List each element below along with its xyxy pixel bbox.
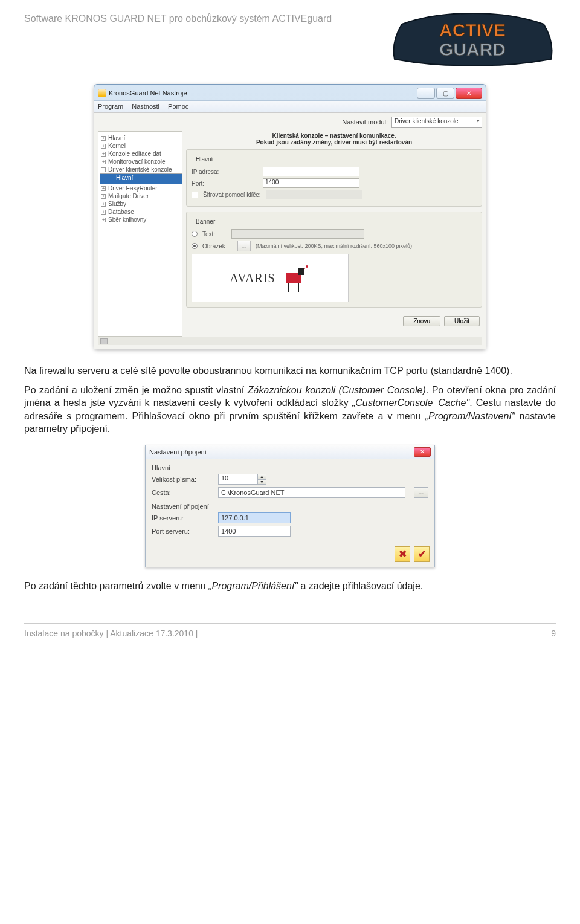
server-ip-input[interactable]: 127.0.0.1 <box>218 512 291 523</box>
server-port-label: Port serveru: <box>152 528 212 535</box>
header-separator <box>24 73 556 73</box>
path-browse-button[interactable]: ... <box>414 487 428 498</box>
tree-hlavni[interactable]: +Hlavní <box>100 134 181 142</box>
banner-brand-text: AVARIS <box>230 271 275 285</box>
path-label: Cesta: <box>152 489 212 496</box>
svg-line-7 <box>304 267 307 269</box>
doc-header: Software KRONOS GUARD NET pro obchůzkový… <box>24 12 332 24</box>
group-hlavni-2: Hlavní <box>152 464 428 471</box>
panel-heading: Klientská konzole – nastavení komunikace… <box>186 131 482 149</box>
menu-pomoc[interactable]: Pomoc <box>168 103 188 110</box>
menu-nastnosti[interactable]: Nastnosti <box>132 103 160 110</box>
group-hlavni: Hlavní <box>194 156 214 163</box>
screenshot-settings-dialog: Nastavení připojení ✕ Hlavní Velikost pí… <box>145 445 435 567</box>
port-label: Port: <box>192 180 258 187</box>
path-input[interactable]: C:\KronosGuard NET <box>218 487 405 498</box>
tree-sluzby[interactable]: +Služby <box>100 200 181 208</box>
ok-button[interactable]: ✔ <box>414 546 430 562</box>
tree-hlavni-selected[interactable]: Hlavní <box>100 173 182 184</box>
encrypt-key-input[interactable] <box>266 190 362 199</box>
tree-kernel[interactable]: +Kernel <box>100 142 181 150</box>
menu-program[interactable]: Program <box>98 103 123 110</box>
scrollbar-bottom[interactable] <box>98 337 482 345</box>
group-banner: Banner <box>194 218 217 225</box>
tree-konzole-editace[interactable]: +Konzole editace dat <box>100 150 181 158</box>
encrypt-checkbox[interactable] <box>192 192 198 198</box>
radio-text[interactable] <box>192 231 198 237</box>
window-title: KronosGuard Net Nástroje <box>109 89 187 97</box>
svg-rect-3 <box>298 268 304 275</box>
screenshot-tools-window: KronosGuard Net Nástroje — ▢ ✕ Program N… <box>94 84 486 349</box>
font-size-label: Velikost písma: <box>152 476 212 483</box>
maximize-button[interactable]: ▢ <box>436 88 454 99</box>
banner-preview: AVARIS <box>192 254 349 302</box>
modul-select[interactable]: Driver klientské konzole <box>392 117 482 128</box>
cancel-button[interactable]: ✖ <box>395 546 410 562</box>
font-size-spinner[interactable]: 10 ▲▼ <box>218 474 266 485</box>
ulozit-button[interactable]: Uložit <box>444 316 480 326</box>
tree-monitorovaci[interactable]: +Monitorovací konzole <box>100 158 181 166</box>
tree-database[interactable]: +Database <box>100 208 181 216</box>
port-input[interactable]: 1400 <box>263 178 359 188</box>
encrypt-label: Šifrovat pomocí klíče: <box>203 192 261 198</box>
tree-mailgate[interactable]: +Mailgate Driver <box>100 192 181 200</box>
group-connection: Nastavení připojení <box>152 503 428 510</box>
paragraph-2: Po zadání a uložení změn je možno spusti… <box>24 384 556 436</box>
tree-driver-klient[interactable]: –Driver klientské konzole <box>100 166 181 173</box>
nav-tree[interactable]: +Hlavní +Kernel +Konzole editace dat +Mo… <box>98 131 182 337</box>
modul-label: Nastavit modul: <box>342 118 388 126</box>
svg-text:GUARD: GUARD <box>439 39 506 59</box>
paragraph-3: Po zadání těchto parametrů zvolte v menu… <box>24 580 556 593</box>
tree-easyrouter[interactable]: +Driver EasyRouter <box>100 184 181 192</box>
tree-sber[interactable]: +Sběr knihovny <box>100 216 181 224</box>
server-port-input[interactable]: 1400 <box>218 526 291 537</box>
app-icon <box>98 89 106 97</box>
activeguard-logo: ACTIVE GUARD <box>390 12 556 66</box>
banner-dog-icon <box>280 262 311 295</box>
dialog-title: Nastavení připojení <box>149 448 207 456</box>
image-hint: (Maximální velikost: 200KB, maximální ro… <box>256 243 412 249</box>
dialog-close-button[interactable]: ✕ <box>414 447 431 457</box>
footer-left: Instalace na pobočky | Aktualizace 17.3.… <box>24 628 198 638</box>
paragraph-1: Na firewallu serveru a celé sítě povolte… <box>24 364 556 378</box>
footer-page-number: 9 <box>551 628 556 638</box>
radio-image-label: Obrázek <box>202 243 233 250</box>
server-ip-label: IP serveru: <box>152 514 212 522</box>
radio-image[interactable] <box>192 243 198 249</box>
minimize-button[interactable]: — <box>417 88 435 99</box>
close-button[interactable]: ✕ <box>456 88 482 99</box>
svg-text:ACTIVE: ACTIVE <box>439 20 506 40</box>
radio-text-label: Text: <box>202 231 227 237</box>
browse-image-button[interactable]: ... <box>237 241 251 251</box>
banner-text-input[interactable] <box>231 229 364 239</box>
ip-input[interactable] <box>263 167 359 176</box>
ip-label: IP adresa: <box>192 169 258 175</box>
znovu-button[interactable]: Znovu <box>403 316 440 326</box>
